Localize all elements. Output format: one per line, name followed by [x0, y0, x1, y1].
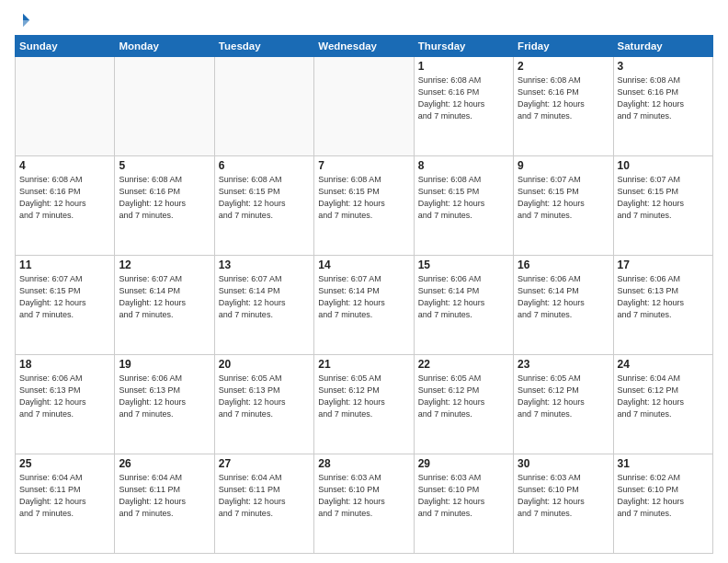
day-info: Sunrise: 6:05 AM Sunset: 6:12 PM Dayligh…: [418, 373, 509, 420]
page: SundayMondayTuesdayWednesdayThursdayFrid…: [0, 0, 728, 563]
day-number: 28: [318, 457, 409, 470]
calendar-cell: 27Sunrise: 6:04 AM Sunset: 6:11 PM Dayli…: [214, 454, 313, 553]
calendar-cell: 20Sunrise: 6:05 AM Sunset: 6:13 PM Dayli…: [214, 354, 313, 454]
day-info: Sunrise: 6:08 AM Sunset: 6:15 PM Dayligh…: [219, 174, 310, 222]
calendar-cell: 1Sunrise: 6:08 AM Sunset: 6:16 PM Daylig…: [414, 56, 513, 155]
day-info: Sunrise: 6:08 AM Sunset: 6:16 PM Dayligh…: [119, 174, 210, 222]
calendar-cell: 21Sunrise: 6:05 AM Sunset: 6:12 PM Dayli…: [314, 354, 414, 454]
weekday-saturday: Saturday: [613, 35, 712, 56]
logo-icon: [15, 12, 31, 29]
day-number: 2: [518, 60, 609, 73]
day-number: 30: [518, 457, 609, 470]
calendar-cell: 13Sunrise: 6:07 AM Sunset: 6:14 PM Dayli…: [214, 255, 313, 354]
day-number: 7: [318, 159, 409, 172]
logo: [15, 11, 35, 29]
calendar-cell: 12Sunrise: 6:07 AM Sunset: 6:14 PM Dayli…: [115, 255, 214, 354]
day-info: Sunrise: 6:07 AM Sunset: 6:14 PM Dayligh…: [219, 273, 310, 321]
calendar-cell: 30Sunrise: 6:03 AM Sunset: 6:10 PM Dayli…: [514, 454, 613, 553]
day-info: Sunrise: 6:04 AM Sunset: 6:11 PM Dayligh…: [19, 472, 110, 520]
calendar-cell: 8Sunrise: 6:08 AM Sunset: 6:15 PM Daylig…: [414, 155, 513, 255]
day-number: 8: [418, 159, 509, 172]
day-number: 21: [318, 358, 409, 371]
svg-marker-1: [23, 20, 29, 27]
day-info: Sunrise: 6:05 AM Sunset: 6:13 PM Dayligh…: [219, 373, 310, 420]
calendar-cell: 22Sunrise: 6:05 AM Sunset: 6:12 PM Dayli…: [414, 354, 513, 454]
day-number: 5: [119, 159, 210, 172]
day-info: Sunrise: 6:08 AM Sunset: 6:16 PM Dayligh…: [418, 75, 509, 122]
calendar-cell: 7Sunrise: 6:08 AM Sunset: 6:15 PM Daylig…: [314, 155, 414, 255]
calendar-cell: [16, 56, 115, 155]
day-info: Sunrise: 6:07 AM Sunset: 6:14 PM Dayligh…: [119, 273, 210, 321]
day-number: 11: [19, 259, 110, 271]
calendar-cell: 6Sunrise: 6:08 AM Sunset: 6:15 PM Daylig…: [214, 155, 313, 255]
calendar: SundayMondayTuesdayWednesdayThursdayFrid…: [15, 35, 713, 554]
calendar-cell: 11Sunrise: 6:07 AM Sunset: 6:15 PM Dayli…: [16, 255, 115, 354]
weekday-tuesday: Tuesday: [214, 35, 313, 56]
day-number: 1: [418, 60, 509, 73]
day-info: Sunrise: 6:08 AM Sunset: 6:16 PM Dayligh…: [518, 75, 609, 122]
week-row-4: 25Sunrise: 6:04 AM Sunset: 6:11 PM Dayli…: [16, 454, 713, 553]
day-number: 12: [119, 259, 210, 271]
day-info: Sunrise: 6:07 AM Sunset: 6:15 PM Dayligh…: [518, 174, 609, 222]
day-info: Sunrise: 6:04 AM Sunset: 6:11 PM Dayligh…: [119, 472, 210, 520]
day-number: 16: [518, 259, 609, 271]
calendar-cell: 14Sunrise: 6:07 AM Sunset: 6:14 PM Dayli…: [314, 255, 414, 354]
day-number: 22: [418, 358, 509, 371]
day-number: 24: [618, 358, 709, 371]
day-number: 20: [219, 358, 310, 371]
day-number: 6: [219, 159, 310, 172]
day-info: Sunrise: 6:08 AM Sunset: 6:15 PM Dayligh…: [318, 174, 409, 222]
day-number: 4: [19, 159, 110, 172]
week-row-1: 4Sunrise: 6:08 AM Sunset: 6:16 PM Daylig…: [16, 155, 713, 255]
calendar-cell: 15Sunrise: 6:06 AM Sunset: 6:14 PM Dayli…: [414, 255, 513, 354]
day-number: 10: [618, 159, 709, 172]
day-number: 18: [19, 358, 110, 371]
day-info: Sunrise: 6:06 AM Sunset: 6:13 PM Dayligh…: [119, 373, 210, 420]
day-info: Sunrise: 6:03 AM Sunset: 6:10 PM Dayligh…: [318, 472, 409, 520]
calendar-cell: 29Sunrise: 6:03 AM Sunset: 6:10 PM Dayli…: [414, 454, 513, 553]
day-info: Sunrise: 6:02 AM Sunset: 6:10 PM Dayligh…: [618, 472, 709, 520]
day-info: Sunrise: 6:08 AM Sunset: 6:15 PM Dayligh…: [418, 174, 509, 222]
day-number: 25: [19, 457, 110, 470]
calendar-cell: 26Sunrise: 6:04 AM Sunset: 6:11 PM Dayli…: [115, 454, 214, 553]
calendar-cell: [314, 56, 414, 155]
day-info: Sunrise: 6:07 AM Sunset: 6:15 PM Dayligh…: [19, 273, 110, 321]
day-info: Sunrise: 6:06 AM Sunset: 6:13 PM Dayligh…: [618, 273, 709, 321]
day-number: 14: [318, 259, 409, 271]
calendar-cell: 31Sunrise: 6:02 AM Sunset: 6:10 PM Dayli…: [613, 454, 712, 553]
day-number: 13: [219, 259, 310, 271]
day-info: Sunrise: 6:07 AM Sunset: 6:15 PM Dayligh…: [618, 174, 709, 222]
header: [15, 11, 713, 29]
day-info: Sunrise: 6:06 AM Sunset: 6:14 PM Dayligh…: [518, 273, 609, 321]
calendar-cell: 16Sunrise: 6:06 AM Sunset: 6:14 PM Dayli…: [514, 255, 613, 354]
day-info: Sunrise: 6:03 AM Sunset: 6:10 PM Dayligh…: [418, 472, 509, 520]
weekday-friday: Friday: [514, 35, 613, 56]
calendar-cell: 2Sunrise: 6:08 AM Sunset: 6:16 PM Daylig…: [514, 56, 613, 155]
week-row-0: 1Sunrise: 6:08 AM Sunset: 6:16 PM Daylig…: [16, 56, 713, 155]
day-info: Sunrise: 6:04 AM Sunset: 6:12 PM Dayligh…: [618, 373, 709, 420]
calendar-cell: 25Sunrise: 6:04 AM Sunset: 6:11 PM Dayli…: [16, 454, 115, 553]
day-number: 15: [418, 259, 509, 271]
calendar-cell: 4Sunrise: 6:08 AM Sunset: 6:16 PM Daylig…: [16, 155, 115, 255]
calendar-cell: 23Sunrise: 6:05 AM Sunset: 6:12 PM Dayli…: [514, 354, 613, 454]
day-info: Sunrise: 6:06 AM Sunset: 6:14 PM Dayligh…: [418, 273, 509, 321]
calendar-cell: [115, 56, 214, 155]
day-info: Sunrise: 6:06 AM Sunset: 6:13 PM Dayligh…: [19, 373, 110, 420]
day-number: 27: [219, 457, 310, 470]
calendar-cell: 17Sunrise: 6:06 AM Sunset: 6:13 PM Dayli…: [613, 255, 712, 354]
day-number: 31: [618, 457, 709, 470]
day-info: Sunrise: 6:07 AM Sunset: 6:14 PM Dayligh…: [318, 273, 409, 321]
weekday-wednesday: Wednesday: [314, 35, 414, 56]
day-info: Sunrise: 6:08 AM Sunset: 6:16 PM Dayligh…: [19, 174, 110, 222]
svg-marker-0: [23, 14, 29, 20]
day-number: 3: [618, 60, 709, 73]
weekday-thursday: Thursday: [414, 35, 513, 56]
day-info: Sunrise: 6:03 AM Sunset: 6:10 PM Dayligh…: [518, 472, 609, 520]
calendar-cell: 5Sunrise: 6:08 AM Sunset: 6:16 PM Daylig…: [115, 155, 214, 255]
weekday-monday: Monday: [115, 35, 214, 56]
day-number: 23: [518, 358, 609, 371]
week-row-3: 18Sunrise: 6:06 AM Sunset: 6:13 PM Dayli…: [16, 354, 713, 454]
weekday-sunday: Sunday: [16, 35, 115, 56]
day-number: 26: [119, 457, 210, 470]
day-info: Sunrise: 6:05 AM Sunset: 6:12 PM Dayligh…: [518, 373, 609, 420]
